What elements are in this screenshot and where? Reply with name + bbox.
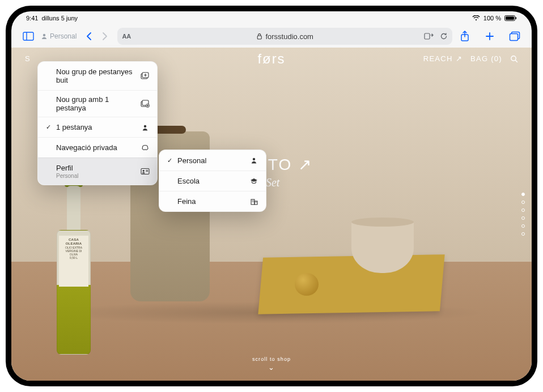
menu-new-group-with-one[interactable]: Nou grup amb 1 pestanya	[38, 90, 157, 117]
menu-private-browsing[interactable]: Navegació privada	[38, 137, 157, 157]
tabs-button[interactable]	[507, 28, 523, 44]
wifi-icon	[472, 15, 480, 21]
back-button[interactable]	[81, 28, 97, 44]
svg-rect-1	[506, 16, 514, 20]
new-tab-group-icon	[140, 72, 150, 80]
svg-rect-2	[516, 17, 517, 19]
napkin	[258, 254, 444, 314]
svg-rect-26	[252, 200, 252, 201]
svg-rect-6	[257, 36, 261, 39]
profile-chip[interactable]: Personal	[41, 32, 77, 40]
text-size-button[interactable]: AA	[122, 33, 131, 40]
chevron-down-icon: ⌄	[252, 363, 291, 372]
svg-rect-7	[425, 33, 430, 39]
building-icon	[249, 198, 259, 205]
svg-point-23	[253, 158, 255, 160]
new-tab-button[interactable]	[482, 28, 498, 44]
site-search-icon[interactable]	[510, 55, 518, 63]
profile-option-school[interactable]: Escola	[159, 171, 266, 191]
person-icon	[140, 124, 150, 131]
profile-chip-label: Personal	[50, 32, 77, 40]
svg-line-12	[515, 60, 517, 62]
svg-rect-24	[251, 199, 254, 204]
svg-rect-28	[252, 201, 252, 202]
svg-rect-25	[254, 201, 257, 204]
share-button[interactable]	[457, 28, 473, 44]
private-icon	[140, 144, 150, 151]
svg-rect-27	[253, 200, 253, 201]
ipad-frame: 9:41 dilluns 5 juny 100 %	[6, 6, 537, 386]
profile-submenu: ✓ Personal Escola Feina	[159, 150, 266, 212]
reload-button[interactable]	[440, 32, 448, 40]
svg-rect-10	[510, 34, 518, 41]
svg-rect-31	[256, 202, 257, 202]
svg-point-20	[143, 170, 145, 172]
bottle-label: CASA OLEARIA OLIO EXTRA VERGINE DI OLIVA…	[59, 236, 88, 287]
svg-rect-29	[253, 201, 253, 202]
apple	[295, 273, 319, 296]
profile-option-work[interactable]: Feina	[159, 191, 266, 211]
new-tab-group-plus-icon	[140, 100, 150, 108]
person-icon	[249, 157, 259, 164]
status-time: 9:41	[26, 15, 38, 22]
profile-card-icon	[140, 168, 150, 175]
svg-rect-30	[255, 202, 256, 202]
svg-point-18	[144, 125, 146, 127]
menu-one-tab[interactable]: ✓ 1 pestanya	[38, 117, 157, 137]
svg-point-5	[43, 34, 45, 36]
status-battery-text: 100 %	[483, 15, 501, 22]
forward-button[interactable]	[97, 28, 113, 44]
site-bag-link[interactable]: BAG (0)	[470, 54, 502, 63]
battery-icon	[504, 15, 517, 21]
graduation-cap-icon	[249, 178, 259, 184]
person-icon	[41, 33, 48, 40]
menu-profile[interactable]: Perfil Personal	[38, 157, 157, 185]
sidebar-button[interactable]	[20, 28, 36, 44]
site-logo[interactable]: førs	[257, 51, 285, 67]
ipad-screen: 9:41 dilluns 5 juny 100 %	[11, 11, 532, 381]
arrow-up-right-icon: ↗	[298, 156, 312, 173]
tab-groups-menu: Nou grup de pestanyes buit Nou grup amb …	[37, 61, 158, 185]
svg-rect-3	[23, 32, 33, 40]
address-bar[interactable]: AA forsstudio.com	[117, 28, 452, 45]
status-bar: 9:41 dilluns 5 juny 100 %	[11, 11, 532, 25]
safari-toolbar: Personal AA forsstudio.com	[11, 25, 532, 48]
address-text: forsstudio.com	[265, 32, 313, 41]
lock-icon	[256, 33, 262, 40]
page-indicator[interactable]	[521, 193, 525, 236]
profile-option-personal[interactable]: ✓ Personal	[159, 150, 266, 171]
menu-new-empty-group[interactable]: Nou grup de pestanyes buit	[38, 62, 157, 90]
scroll-hint: scroll to shop ⌄	[252, 356, 291, 372]
cup	[351, 222, 414, 273]
site-shop-link[interactable]: S	[25, 54, 31, 63]
status-date: dilluns 5 juny	[41, 15, 78, 22]
olive-oil-bottle: CASA OLEARIA OLIO EXTRA VERGINE DI OLIVA…	[51, 168, 96, 355]
site-reach-link[interactable]: REACH ↗	[423, 54, 463, 63]
extensions-icon[interactable]	[424, 33, 434, 40]
